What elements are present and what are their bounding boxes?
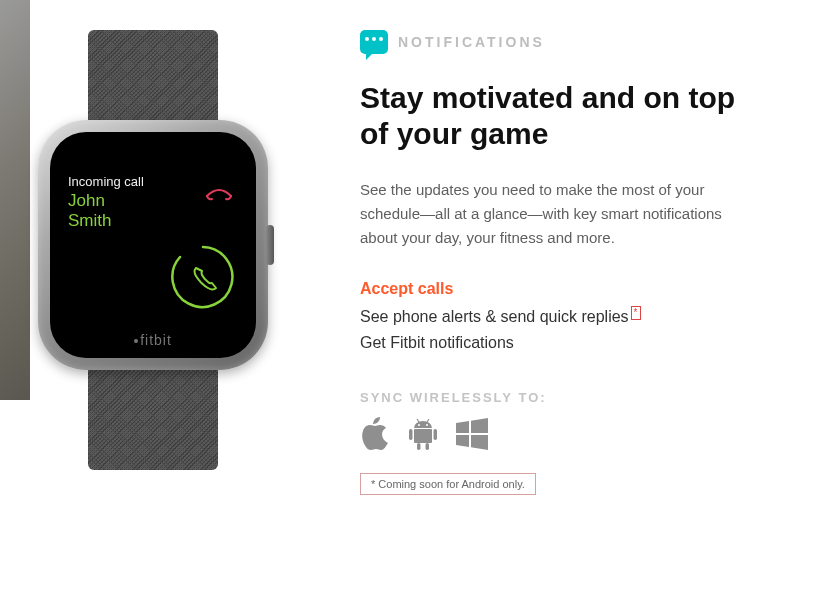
- watch-brand-logo: fitbit: [50, 332, 256, 348]
- background-photo-strip: [0, 0, 30, 400]
- watch-crown: [266, 225, 274, 265]
- platform-icons: [360, 417, 777, 455]
- windows-icon: [456, 418, 488, 454]
- watch-illustration: Incoming call John Smith: [38, 30, 268, 470]
- section-header: NOTIFICATIONS: [360, 30, 777, 54]
- footnote: * Coming soon for Android only.: [360, 473, 536, 495]
- watch-screen: Incoming call John Smith: [50, 132, 256, 358]
- caller-last: Smith: [68, 211, 111, 230]
- svg-rect-7: [417, 443, 421, 450]
- watch-case: Incoming call John Smith: [38, 120, 268, 370]
- notifications-icon: [360, 30, 388, 54]
- apple-icon: [360, 417, 390, 455]
- footnote-marker: *: [631, 306, 641, 320]
- svg-point-1: [418, 424, 420, 426]
- svg-rect-8: [426, 443, 430, 450]
- section-label-text: NOTIFICATIONS: [398, 34, 545, 50]
- feature-phone-alerts-text: See phone alerts & send quick replies: [360, 308, 629, 325]
- feature-fitbit-notifications[interactable]: Get Fitbit notifications: [360, 334, 777, 352]
- feature-phone-alerts[interactable]: See phone alerts & send quick replies*: [360, 306, 777, 326]
- product-image-column: Incoming call John Smith: [0, 0, 300, 606]
- watch-band-bottom: [88, 370, 218, 470]
- svg-line-4: [427, 419, 429, 422]
- watch-band-top: [88, 30, 218, 120]
- page-headline: Stay motivated and on top of your game: [360, 80, 760, 152]
- decline-call-icon: [204, 186, 234, 208]
- content-column: NOTIFICATIONS Stay motivated and on top …: [300, 0, 817, 606]
- sync-label: SYNC WIRELESSLY TO:: [360, 390, 777, 405]
- accept-call-icon: [168, 242, 238, 316]
- svg-point-2: [426, 424, 428, 426]
- brand-text: fitbit: [140, 332, 172, 348]
- feature-accept-calls[interactable]: Accept calls: [360, 280, 777, 298]
- feature-list: Accept calls See phone alerts & send qui…: [360, 280, 777, 352]
- svg-line-3: [417, 419, 419, 422]
- svg-rect-6: [434, 429, 438, 440]
- caller-first: John: [68, 191, 105, 210]
- android-icon: [408, 417, 438, 455]
- svg-rect-0: [414, 429, 432, 443]
- page-description: See the updates you need to make the mos…: [360, 178, 730, 250]
- svg-rect-5: [409, 429, 413, 440]
